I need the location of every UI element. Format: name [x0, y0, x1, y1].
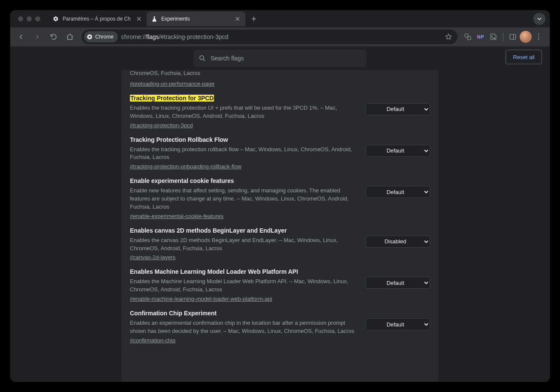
- flag-anchor-link[interactable]: #canvas-2d-layers: [130, 254, 175, 260]
- flag-state-select[interactable]: DefaultEnabledDisabled: [366, 236, 430, 248]
- flag-entry: Enables Machine Learning Model Loader We…: [130, 260, 430, 302]
- flag-select-wrap: DefaultEnabledDisabled: [366, 186, 430, 198]
- site-chip[interactable]: Chrome: [84, 31, 118, 42]
- flag-entry: Enable experimental cookie featuresEnabl…: [130, 170, 430, 219]
- flag-title: Enables canvas 2D methods BeginLayer and…: [130, 227, 287, 234]
- flag-select-wrap: DefaultEnabledDisabled: [366, 236, 430, 248]
- close-tab-icon[interactable]: [135, 15, 142, 22]
- flag-title: Enables Machine Learning Model Loader We…: [130, 268, 298, 275]
- flag-select-wrap: DefaultEnabledDisabled: [366, 103, 430, 115]
- svg-point-1: [89, 36, 91, 38]
- maximize-window-button[interactable]: [35, 16, 40, 21]
- bookmark-star-icon[interactable]: [445, 33, 452, 41]
- flag-select-wrap: DefaultEnabledDisabled: [366, 277, 430, 289]
- forward-button[interactable]: [30, 30, 45, 44]
- flag-description: Enables the tracking protection UI + pre…: [130, 104, 359, 120]
- flag-state-select[interactable]: DefaultEnabledDisabled: [366, 186, 430, 198]
- flag-text: Enable experimental cookie featuresEnabl…: [130, 177, 359, 219]
- flag-state-select[interactable]: DefaultEnabledDisabled: [366, 145, 430, 157]
- new-tab-button[interactable]: [248, 13, 260, 25]
- flag-entry: Confirmation Chip ExperimentEnables an e…: [130, 302, 430, 344]
- flags-list[interactable]: ChromeOS, Fuchsia, Lacros #preloading-on…: [121, 70, 439, 382]
- tab-title: Experiments: [161, 16, 231, 22]
- page-content: Reset all ChromeOS, Fuchsia, Lacros #pre…: [10, 46, 550, 382]
- flag-state-select[interactable]: DefaultEnabledDisabled: [366, 277, 430, 289]
- svg-point-8: [538, 39, 539, 39]
- toolbar: Chrome chrome://flags/#tracking-protecti…: [10, 27, 550, 46]
- flag-title: Tracking Protection Rollback Flow: [130, 136, 228, 143]
- profile-avatar[interactable]: [520, 31, 532, 43]
- flag-state-select[interactable]: DefaultEnabledDisabled: [366, 318, 430, 330]
- flag-description: Enables the tracking protection rollback…: [130, 146, 359, 162]
- home-button[interactable]: [63, 30, 77, 44]
- toolbar-right: NP: [462, 31, 546, 43]
- flag-text: Enables canvas 2D methods BeginLayer and…: [130, 227, 359, 261]
- side-panel-icon[interactable]: [507, 31, 519, 43]
- flag-select-wrap: DefaultEnabledDisabled: [366, 318, 430, 330]
- search-flags-box[interactable]: [193, 50, 367, 67]
- flag-anchor-link[interactable]: #enable-experimental-cookie-features: [130, 213, 223, 219]
- flag-text: Tracking Protection Rollback FlowEnables…: [130, 136, 359, 170]
- gear-icon: [52, 15, 59, 22]
- close-window-button[interactable]: [18, 16, 23, 21]
- flag-title: Tracking Protection for 3PCD: [130, 95, 214, 102]
- flag-state-select[interactable]: DefaultEnabledDisabled: [366, 103, 430, 115]
- flag-entry: Tracking Protection Rollback FlowEnables…: [130, 129, 430, 170]
- reload-button[interactable]: [46, 30, 61, 44]
- kebab-menu-icon[interactable]: [533, 31, 545, 43]
- browser-window: Paramètres – À propos de Ch Experiments: [10, 10, 550, 382]
- tab-experiments[interactable]: Experiments: [147, 12, 245, 26]
- address-bar[interactable]: Chrome chrome://flags/#tracking-protecti…: [81, 30, 458, 44]
- tab-strip: Paramètres – À propos de Ch Experiments: [10, 10, 550, 27]
- flask-icon: [151, 15, 158, 22]
- flag-platforms-partial: ChromeOS, Fuchsia, Lacros: [130, 70, 430, 78]
- svg-point-9: [200, 56, 204, 60]
- flag-description: Enables the Machine Learning Model Loade…: [130, 278, 359, 294]
- tabstrip-overflow-button[interactable]: [533, 13, 545, 25]
- flag-anchor-link[interactable]: #tracking-protection-3pcd: [130, 122, 193, 129]
- svg-point-6: [538, 34, 539, 35]
- svg-point-7: [538, 36, 539, 37]
- close-tab-icon[interactable]: [234, 15, 241, 22]
- window-controls: [18, 16, 40, 21]
- translate-icon[interactable]: [462, 31, 474, 43]
- flag-entry: Tracking Protection for 3PCDEnables the …: [130, 87, 430, 129]
- flag-title: Confirmation Chip Experiment: [130, 310, 217, 317]
- flag-text: Tracking Protection for 3PCDEnables the …: [130, 95, 359, 129]
- flag-text: Confirmation Chip ExperimentEnables an e…: [130, 310, 359, 344]
- extensions-puzzle-icon[interactable]: [488, 31, 500, 43]
- flag-description: Enable new features that affect setting,…: [130, 187, 359, 211]
- tab-title: Paramètres – À propos de Ch: [63, 16, 132, 22]
- flag-anchor-link[interactable]: #enable-machine-learning-model-loader-we…: [130, 296, 272, 302]
- flag-description: Enables the canvas 2D methods BeginLayer…: [130, 236, 359, 253]
- flag-anchor-link[interactable]: #tracking-protection-onboarding-rollback…: [130, 163, 241, 170]
- reset-all-button[interactable]: Reset all: [506, 50, 542, 64]
- url-text: chrome://flags/#tracking-protection-3pcd: [121, 33, 441, 40]
- flag-title: Enable experimental cookie features: [130, 177, 234, 184]
- flag-text: Enables Machine Learning Model Loader We…: [130, 268, 359, 302]
- tab-settings[interactable]: Paramètres – À propos de Ch: [48, 12, 147, 26]
- toolbar-divider: [503, 33, 503, 41]
- flag-description: Enables an experimental confirmation chi…: [130, 319, 359, 335]
- svg-rect-4: [510, 34, 516, 39]
- minimize-window-button[interactable]: [27, 16, 32, 21]
- flag-entry: Enables canvas 2D methods BeginLayer and…: [130, 219, 430, 261]
- flag-select-wrap: DefaultEnabledDisabled: [366, 145, 430, 157]
- back-button[interactable]: [14, 30, 28, 44]
- flag-anchor-link[interactable]: #confirmation-chip: [130, 337, 175, 344]
- flags-header: Reset all: [10, 46, 550, 70]
- flag-anchor-link[interactable]: #preloading-on-performance-page: [130, 81, 214, 87]
- search-icon: [199, 54, 206, 62]
- extension-np-icon[interactable]: NP: [475, 31, 487, 43]
- chip-label: Chrome: [95, 34, 114, 40]
- search-flags-input[interactable]: [211, 55, 361, 62]
- chrome-icon: [87, 34, 93, 40]
- flag-entry-partial: ChromeOS, Fuchsia, Lacros #preloading-on…: [130, 70, 430, 87]
